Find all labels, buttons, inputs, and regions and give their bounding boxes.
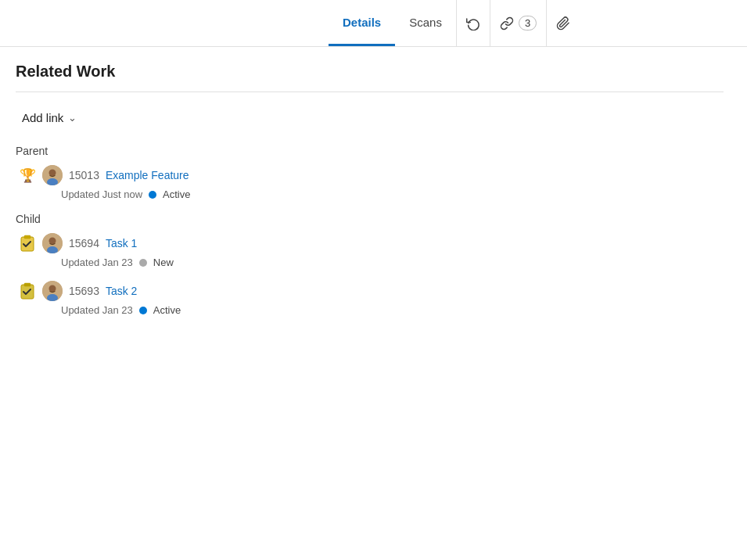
parent-updated: Updated Just now — [61, 188, 142, 200]
parent-status-dot — [149, 191, 156, 199]
child2-item-id: 15693 — [69, 285, 99, 297]
child1-updated: Updated Jan 23 — [61, 257, 133, 268]
parent-status-label: Active — [163, 188, 190, 200]
link-icon — [500, 16, 514, 31]
links-button[interactable]: 3 — [490, 0, 546, 46]
feature-type-icon: 🏆 — [19, 167, 36, 184]
links-badge: 3 — [519, 16, 537, 31]
parent-label: Parent — [16, 145, 724, 157]
section-title: Related Work — [16, 63, 724, 81]
avatar — [42, 165, 63, 185]
section-divider — [16, 92, 724, 92]
parent-item-meta: Updated Just now Active — [19, 188, 724, 200]
child1-status-label: New — [153, 257, 174, 268]
tab-details[interactable]: Details — [329, 0, 395, 46]
child1-status-dot — [139, 259, 147, 267]
svg-rect-4 — [24, 235, 31, 239]
child-work-item-1: 15694 Task 1 Updated Jan 23 New — [16, 233, 724, 268]
task-type-icon-2 — [19, 282, 36, 300]
add-link-button[interactable]: Add link ⌄ — [16, 108, 83, 127]
attachments-button[interactable] — [546, 0, 580, 46]
parent-work-item: 🏆 15013 Example Feature Updated Just now — [16, 165, 724, 200]
chevron-down-icon: ⌄ — [68, 112, 77, 124]
svg-rect-9 — [24, 283, 31, 286]
tab-bar: Details Scans 3 — [0, 0, 747, 47]
main-content: Related Work Add link ⌄ Parent 🏆 — [0, 47, 747, 344]
child1-item-meta: Updated Jan 23 New — [19, 257, 724, 268]
avatar-child1 — [42, 233, 63, 253]
child1-item-id: 15694 — [69, 237, 99, 249]
child2-updated: Updated Jan 23 — [61, 304, 133, 316]
paperclip-icon — [556, 16, 570, 31]
parent-item-title[interactable]: Example Feature — [106, 169, 189, 181]
child-label: Child — [16, 213, 724, 225]
parent-item-row: 🏆 15013 Example Feature — [19, 165, 724, 185]
child-work-item-2: 15693 Task 2 Updated Jan 23 Active — [16, 281, 724, 316]
parent-item-id: 15013 — [69, 169, 99, 181]
child2-item-title[interactable]: Task 2 — [106, 285, 137, 297]
child2-item-row: 15693 Task 2 — [19, 281, 724, 301]
child2-status-dot — [139, 307, 147, 314]
history-icon — [466, 16, 480, 31]
tab-scans[interactable]: Scans — [395, 0, 456, 46]
task-type-icon-1 — [19, 235, 36, 252]
child2-item-meta: Updated Jan 23 Active — [19, 304, 724, 316]
child2-status-label: Active — [153, 304, 181, 316]
history-button[interactable] — [456, 0, 490, 46]
avatar-child2 — [42, 281, 63, 301]
child1-item-row: 15694 Task 1 — [19, 233, 724, 253]
child1-item-title[interactable]: Task 1 — [106, 237, 137, 249]
